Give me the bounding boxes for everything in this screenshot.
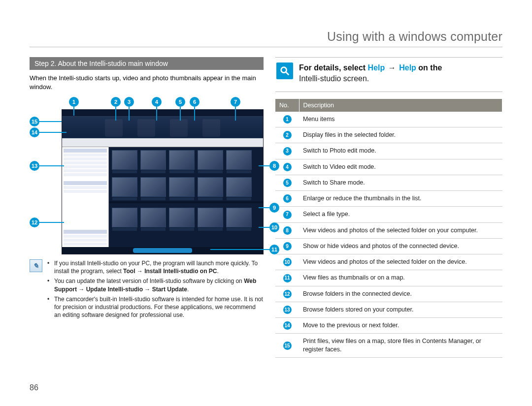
table-row: 13Browse folders stored on your computer… — [275, 302, 502, 317]
table-row: 8View videos and photos of the selected … — [275, 222, 502, 238]
callout-8: 8 — [269, 161, 279, 171]
table-row: 15Print files, view files on a map, stor… — [275, 334, 502, 358]
callout-15: 15 — [30, 117, 39, 126]
row-description: Switch to Share mode. — [299, 175, 502, 190]
row-description: Switch to Video edit mode. — [299, 159, 502, 175]
row-number: 5 — [275, 175, 299, 190]
description-table: No. Description 1Menu items2Display file… — [275, 99, 502, 358]
row-number: 8 — [275, 222, 299, 238]
callout-2: 2 — [111, 97, 121, 107]
col-desc: Description — [299, 99, 502, 112]
table-row: 6Enlarge or reduce the thumbnails in the… — [275, 191, 502, 207]
note-icon: ✎ — [30, 259, 42, 272]
page-title: Using with a windows computer — [30, 30, 502, 47]
magnifier-icon — [276, 62, 293, 79]
table-row: 1Menu items — [275, 112, 502, 127]
callout-13: 13 — [30, 161, 39, 171]
callout-11: 11 — [269, 245, 279, 254]
row-number: 2 — [275, 127, 299, 143]
intelli-studio-figure: 1 2 3 4 5 6 7 15 14 13 — [30, 97, 264, 254]
callout-9: 9 — [269, 203, 279, 213]
row-description: Select a file type. — [299, 207, 502, 222]
callout-4: 4 — [152, 97, 162, 107]
svg-point-0 — [281, 67, 287, 73]
row-number: 10 — [275, 254, 299, 270]
row-number: 9 — [275, 238, 299, 254]
table-row: 10View videos and photos of the selected… — [275, 254, 502, 270]
table-row: 2Display files in the selected folder. — [275, 127, 502, 143]
table-row: 11View files as thumbnails or on a map. — [275, 270, 502, 286]
callout-5: 5 — [175, 97, 185, 107]
row-description: Switch to Photo edit mode. — [299, 143, 502, 159]
note-item-3: The camcorder's built-in Intelli-studio … — [47, 295, 264, 319]
note-list: If you install Intelli-studio on your PC… — [47, 259, 264, 321]
table-row: 14Move to the previous or next folder. — [275, 318, 502, 334]
table-row: 9Show or hide videos and photos of the c… — [275, 238, 502, 254]
row-description: View files as thumbnails or on a map. — [299, 270, 502, 286]
callout-14: 14 — [30, 127, 39, 137]
row-description: Enlarge or reduce the thumbnails in the … — [299, 191, 502, 207]
table-row: 3Switch to Photo edit mode. — [275, 143, 502, 159]
note-item-1: If you install Intelli-studio on your PC… — [47, 259, 264, 275]
callout-7: 7 — [231, 97, 240, 107]
step-heading: Step 2. About the Intelli-studio main wi… — [30, 57, 264, 70]
row-description: View videos and photos of the selected f… — [299, 222, 502, 238]
row-description: Move to the previous or next folder. — [299, 318, 502, 334]
row-number: 3 — [275, 143, 299, 159]
row-number: 15 — [275, 334, 299, 358]
callout-1: 1 — [69, 97, 79, 107]
table-row: 4Switch to Video edit mode. — [275, 159, 502, 175]
callout-12: 12 — [30, 218, 39, 227]
table-row: 12Browse folders in the connected device… — [275, 286, 502, 302]
step-intro: When the Intelli-studio starts up, video… — [30, 74, 264, 91]
page-number: 86 — [30, 383, 38, 392]
row-description: Print files, view files on a map, store … — [299, 334, 502, 358]
row-number: 13 — [275, 302, 299, 317]
svg-line-1 — [286, 72, 289, 75]
row-description: Browse folders stored on your computer. — [299, 302, 502, 317]
callout-3: 3 — [124, 97, 134, 107]
row-description: Menu items — [299, 112, 502, 127]
row-description: Browse folders in the connected device. — [299, 286, 502, 302]
table-row: 5Switch to Share mode. — [275, 175, 502, 190]
col-no: No. — [275, 99, 299, 112]
row-description: Display files in the selected folder. — [299, 127, 502, 143]
table-row: 7Select a file type. — [275, 207, 502, 222]
callout-6: 6 — [190, 97, 200, 107]
row-number: 11 — [275, 270, 299, 286]
help-callout: For details, select Help → Help on the I… — [275, 57, 502, 92]
note-item-2: You can update the latest version of Int… — [47, 277, 264, 293]
row-description: View videos and photos of the selected f… — [299, 254, 502, 270]
row-number: 14 — [275, 318, 299, 334]
row-number: 6 — [275, 191, 299, 207]
screenshot — [62, 109, 264, 254]
callout-10: 10 — [269, 222, 279, 232]
row-number: 1 — [275, 112, 299, 127]
row-number: 12 — [275, 286, 299, 302]
help-text: For details, select Help → Help on the I… — [299, 62, 442, 85]
row-description: Show or hide videos and photos of the co… — [299, 238, 502, 254]
